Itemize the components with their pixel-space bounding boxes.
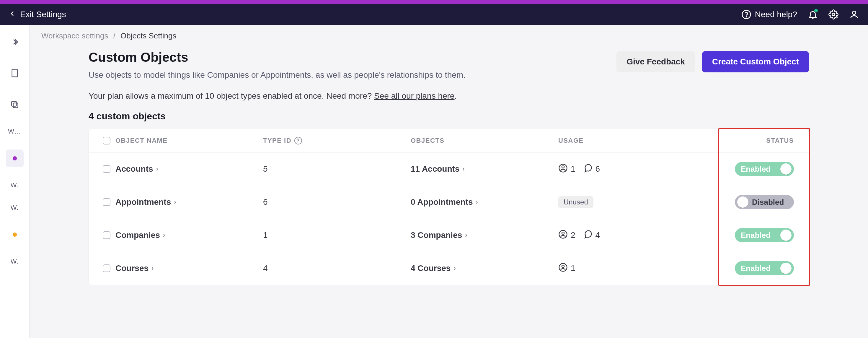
table-row: Appointments ›60 Appointments ›UnusedDis… [89,186,809,219]
sidebar-expand-button[interactable] [6,33,24,51]
status-toggle[interactable]: Enabled [735,162,794,176]
create-custom-object-button[interactable]: Create Custom Object [702,51,809,73]
object-name-text: Companies [116,230,160,240]
svg-point-3 [852,11,856,15]
person-icon [558,230,568,241]
sidebar: W…W.W.W. [0,25,30,338]
usage-cell: 24 [558,230,700,241]
sidebar-workspace-label: W. [11,204,19,212]
chevron-right-icon: › [174,198,176,206]
type-id-help-icon[interactable]: ? [294,137,302,144]
usage-people: 1 [558,163,576,175]
svg-point-1 [746,17,747,17]
sidebar-item-8[interactable]: W. [6,257,24,266]
usage-people-count: 2 [571,230,576,240]
object-name-text: Appointments [116,197,171,207]
toggle-knob [780,230,792,241]
usage-conversations-count: 4 [595,230,600,240]
objects-count-text: 4 Courses [411,263,451,273]
need-help-label: Need help? [755,10,797,19]
objects-count-link[interactable]: 0 Appointments › [411,197,558,207]
sidebar-item-4[interactable] [6,149,24,167]
chevron-right-icon: › [454,264,456,272]
table-header-row: OBJECT NAME TYPE ID ? OBJECTS USAGE STAT… [89,129,809,152]
svg-rect-12 [11,101,16,106]
custom-objects-table: OBJECT NAME TYPE ID ? OBJECTS USAGE STAT… [89,129,809,285]
toggle-label: Disabled [752,198,784,207]
chevron-left-icon [9,10,16,19]
objects-count-link[interactable]: 11 Accounts › [411,164,558,174]
app-root: Exit Settings Need help? W… [0,0,868,338]
object-name-link[interactable]: Appointments › [116,197,263,207]
notifications-icon[interactable] [808,9,818,20]
objects-count-text: 3 Companies [411,230,462,240]
row-checkbox[interactable] [103,231,111,239]
svg-rect-4 [12,70,18,77]
profile-icon[interactable] [849,9,859,20]
status-toggle[interactable]: Disabled [735,195,794,209]
object-name-link[interactable]: Accounts › [116,164,263,174]
row-checkbox[interactable] [103,264,111,272]
unused-badge: Unused [558,196,593,208]
header-checkbox-cell [98,137,116,144]
usage-conversations: 6 [583,163,600,175]
usage-people-count: 1 [571,164,576,174]
usage-cell: 16 [558,163,700,175]
select-all-checkbox[interactable] [103,137,111,144]
settings-gear-icon[interactable] [829,9,838,20]
chevron-right-icon: › [156,165,158,173]
usage-cell: 1 [558,263,700,274]
sidebar-item-3[interactable]: W… [6,127,24,136]
building-icon[interactable] [6,64,24,82]
sidebar-item-5[interactable]: W. [6,181,24,190]
objects-count-link[interactable]: 3 Companies › [411,230,558,240]
objects-count-text: 11 Accounts [411,164,459,174]
content: Custom Objects Use objects to model thin… [30,47,868,297]
conversation-icon [583,230,593,241]
sidebar-workspace-label: W. [11,258,19,265]
main-area: Workspace settings / Objects Settings Cu… [30,25,868,338]
sidebar-item-7[interactable] [6,226,24,244]
type-id-cell: 6 [263,197,411,207]
copy-icon[interactable] [6,96,24,113]
status-toggle[interactable]: Enabled [735,261,794,275]
sidebar-workspace-label: W. [11,181,19,189]
breadcrumb-parent[interactable]: Workspace settings [41,31,108,40]
need-help-button[interactable]: Need help? [741,9,797,20]
toggle-label: Enabled [741,165,771,174]
svg-point-2 [832,13,835,16]
plan-line-suffix: . [455,91,457,101]
page-header-text: Custom Objects Use objects to model thin… [89,50,616,81]
header-type-id: TYPE ID ? [263,137,411,144]
svg-point-14 [562,166,564,168]
object-name-text: Accounts [116,164,153,174]
see-all-plans-link[interactable]: See all our plans here [374,91,454,101]
row-checkbox[interactable] [103,198,111,206]
sidebar-item-6[interactable]: W. [6,203,24,212]
chevron-right-icon: › [462,165,464,173]
usage-conversations-count: 6 [595,164,600,174]
row-checkbox[interactable] [103,165,111,173]
table-row: Accounts ›511 Accounts ›16Enabled [89,152,809,186]
page-header-buttons: Give Feedback Create Custom Object [616,50,809,73]
header-type-id-label: TYPE ID [263,137,291,144]
sidebar-dot-icon [13,156,17,161]
table-row: Courses ›44 Courses ›1Enabled [89,252,809,285]
object-name-link[interactable]: Courses › [116,263,263,273]
toggle-knob [780,163,792,175]
header-usage: USAGE [558,137,700,144]
give-feedback-button[interactable]: Give Feedback [616,51,695,73]
sidebar-workspace-label: W… [8,128,21,135]
page-title: Custom Objects [89,50,616,65]
table-body: Accounts ›511 Accounts ›16EnabledAppoint… [89,152,809,285]
header-objects: OBJECTS [411,137,558,144]
person-icon [558,263,568,274]
top-accent-stripe [0,0,868,4]
status-toggle[interactable]: Enabled [735,228,794,242]
toggle-label: Enabled [741,264,771,273]
conversation-icon [583,163,593,175]
objects-count-link[interactable]: 4 Courses › [411,263,558,273]
object-name-link[interactable]: Companies › [116,230,263,240]
header-status: STATUS [700,137,800,144]
exit-settings-button[interactable]: Exit Settings [9,10,66,19]
